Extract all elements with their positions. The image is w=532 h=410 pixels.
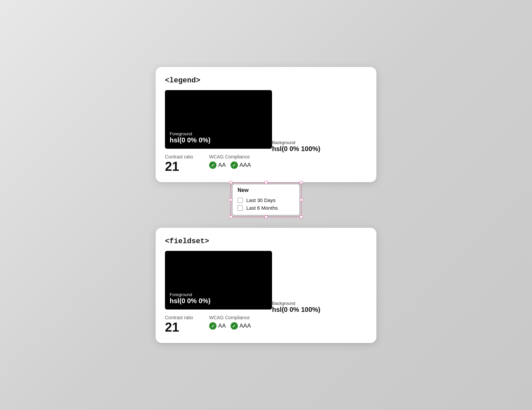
handle-br[interactable] — [300, 215, 303, 218]
handle-ml[interactable] — [229, 198, 232, 201]
cards-wrapper: <legend> Foreground hsl(0 0% 0%) Backgro… — [156, 67, 376, 343]
fieldset-wcag-aaa-badge: ✓ AAA — [231, 322, 251, 330]
fieldset-fg-label-inside: Foreground — [170, 292, 267, 297]
legend-bg-info: Background hsl(0 0% 100%) — [272, 90, 321, 154]
fieldset-contrast-label: Contrast ratio — [165, 315, 193, 320]
popup-title: New — [238, 187, 294, 195]
legend-aaa-label: AAA — [240, 162, 251, 168]
fieldset-aa-check-icon: ✓ — [209, 322, 216, 330]
handle-tm[interactable] — [265, 181, 268, 184]
legend-top-section: Foreground hsl(0 0% 0%) Background hsl(0… — [165, 90, 367, 154]
handle-bm[interactable] — [265, 215, 268, 218]
legend-fg-label-inside: Foreground — [170, 131, 267, 136]
popup-item-label-1: Last 6 Months — [246, 205, 278, 211]
legend-aa-check-icon: ✓ — [209, 161, 216, 169]
popup-wrapper: New Last 30 Days Last 6 Months — [233, 184, 299, 215]
popup-overlay: New Last 30 Days Last 6 Months — [233, 184, 299, 215]
legend-fg-value-inside: hsl(0 0% 0%) — [170, 136, 267, 144]
fieldset-fg-value-inside: hsl(0 0% 0%) — [170, 297, 267, 305]
popup-item-1[interactable]: Last 6 Months — [238, 205, 294, 211]
legend-wcag-section: WCAG Compliance ✓ AA ✓ AAA — [209, 154, 251, 169]
main-container: <legend> Foreground hsl(0 0% 0%) Backgro… — [156, 67, 376, 343]
fieldset-contrast-value: 21 — [165, 321, 193, 334]
fieldset-top-section: Foreground hsl(0 0% 0%) Background hsl(0… — [165, 251, 367, 315]
legend-card-title: <legend> — [165, 76, 367, 85]
legend-wcag-badges: ✓ AA ✓ AAA — [209, 161, 251, 169]
fieldset-wcag-section: WCAG Compliance ✓ AA ✓ AAA — [209, 315, 251, 330]
popup-checkbox-0[interactable] — [238, 198, 243, 203]
popup-box: New Last 30 Days Last 6 Months — [233, 184, 299, 215]
fieldset-aaa-check-icon: ✓ — [231, 322, 238, 330]
popup-item-label-0: Last 30 Days — [246, 197, 276, 203]
popup-item-0[interactable]: Last 30 Days — [238, 197, 294, 203]
legend-wcag-label: WCAG Compliance — [209, 154, 251, 159]
fieldset-wcag-badges: ✓ AA ✓ AAA — [209, 322, 251, 330]
fieldset-info-row: Contrast ratio 21 WCAG Compliance ✓ AA — [165, 315, 367, 334]
fieldset-preview-area: Foreground hsl(0 0% 0%) — [165, 251, 272, 315]
legend-preview-area: Foreground hsl(0 0% 0%) — [165, 90, 272, 154]
fieldset-contrast-section: Contrast ratio 21 — [165, 315, 193, 334]
legend-bg-value: hsl(0 0% 100%) — [272, 145, 321, 153]
handle-bl[interactable] — [229, 215, 232, 218]
legend-contrast-value: 21 — [165, 160, 193, 173]
handle-tr[interactable] — [300, 181, 303, 184]
legend-contrast-label: Contrast ratio — [165, 154, 193, 159]
handle-mr[interactable] — [300, 198, 303, 201]
legend-color-preview: Foreground hsl(0 0% 0%) — [165, 90, 272, 149]
fieldset-bg-info: Background hsl(0 0% 100%) — [272, 251, 321, 315]
fieldset-bg-label: Background — [272, 301, 321, 306]
legend-info-row: Contrast ratio 21 WCAG Compliance ✓ AA — [165, 154, 367, 173]
legend-contrast-section: Contrast ratio 21 — [165, 154, 193, 173]
fieldset-aaa-label: AAA — [240, 323, 251, 329]
handle-tl[interactable] — [229, 181, 232, 184]
legend-aa-label: AA — [218, 162, 226, 168]
legend-card: <legend> Foreground hsl(0 0% 0%) Backgro… — [156, 67, 376, 182]
popup-checkbox-1[interactable] — [238, 205, 243, 211]
legend-wcag-aa-badge: ✓ AA — [209, 161, 226, 169]
fieldset-bg-value: hsl(0 0% 100%) — [272, 306, 321, 314]
fieldset-wcag-aa-badge: ✓ AA — [209, 322, 226, 330]
legend-aaa-check-icon: ✓ — [231, 161, 238, 169]
fieldset-wcag-label: WCAG Compliance — [209, 315, 251, 320]
fieldset-color-preview: Foreground hsl(0 0% 0%) — [165, 251, 272, 310]
legend-bg-label: Background — [272, 140, 321, 145]
fieldset-card: <fieldset> Foreground hsl(0 0% 0%) Backg… — [156, 228, 376, 343]
legend-wcag-aaa-badge: ✓ AAA — [231, 161, 251, 169]
fieldset-card-title: <fieldset> — [165, 237, 367, 246]
fieldset-aa-label: AA — [218, 323, 226, 329]
